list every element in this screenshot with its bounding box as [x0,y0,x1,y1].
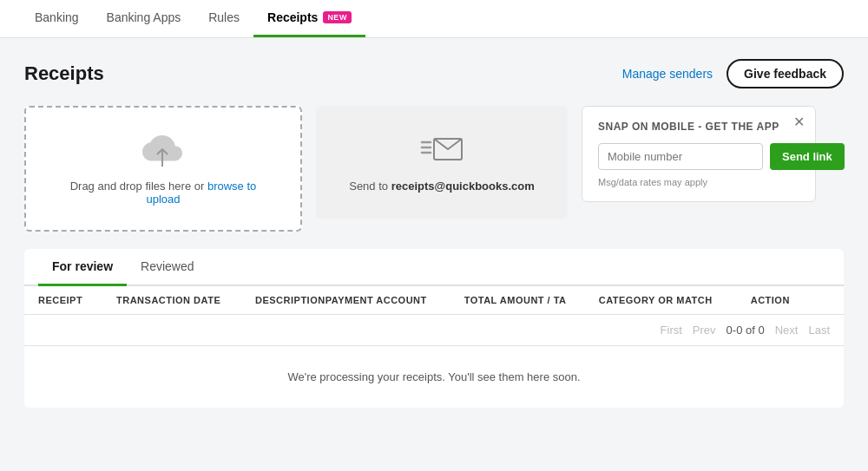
main-content: Receipts Manage senders Give feedback Dr… [0,38,868,471]
header-actions: Manage senders Give feedback [622,59,844,88]
page-header: Receipts Manage senders Give feedback [24,59,844,88]
pagination-next: Next [775,324,799,337]
pagination-first: First [661,324,682,337]
col-action: ACTION [751,295,838,305]
tab-for-review[interactable]: For review [38,249,127,286]
page-title: Receipts [24,62,104,85]
empty-state: We're processing your receipts. You'll s… [24,346,844,408]
email-send-text: Send to receipts@quickbooks.com [349,180,535,193]
pagination-info: 0-0 of 0 [727,324,765,337]
mobile-number-input[interactable] [598,143,763,170]
table-header: RECEIPT TRANSACTION DATE DESCRIPTION PAY… [24,286,844,315]
nav-tab-receipts[interactable]: Receipts NEW [253,0,365,37]
pagination-prev: Prev [693,324,716,337]
snap-disclaimer: Msg/data rates may apply [598,177,799,187]
give-feedback-button[interactable]: Give feedback [727,59,844,88]
manage-senders-link[interactable]: Manage senders [622,67,713,81]
snap-popup: ✕ SNAP ON MOBILE - GET THE APP Send link… [582,106,816,202]
col-total-amount: TOTAL AMOUNT / TA [464,295,599,305]
tab-reviewed[interactable]: Reviewed [127,249,207,286]
snap-input-row: Send link [598,143,799,170]
email-address: receipts@quickbooks.com [391,180,535,193]
receipts-new-badge: NEW [323,11,352,23]
col-description: DESCRIPTION [255,295,326,305]
col-transaction-date: TRANSACTION DATE [116,295,255,305]
nav-tab-rules[interactable]: Rules [194,0,253,37]
table-container: RECEIPT TRANSACTION DATE DESCRIPTION PAY… [24,286,844,408]
tabs-header: For review Reviewed [24,249,844,286]
pagination-last: Last [808,324,830,337]
col-receipt: RECEIPT [38,295,116,305]
email-box: Send to receipts@quickbooks.com [316,106,568,219]
col-category-or-match: CATEGORY OR MATCH [599,295,751,305]
pagination-row: First Prev 0-0 of 0 Next Last [24,315,844,346]
upload-box[interactable]: Drag and drop files here or browse to up… [24,106,302,232]
snap-close-button[interactable]: ✕ [793,115,805,129]
nav-tab-banking[interactable]: Banking [21,0,93,37]
col-payment-account: PAYMENT ACCOUNT [326,295,464,305]
tabs-section: For review Reviewed RECEIPT TRANSACTION … [24,249,844,408]
upload-text: Drag and drop files here or browse to up… [57,180,269,206]
nav-tab-banking-apps[interactable]: Banking Apps [93,0,195,37]
upload-row: Drag and drop files here or browse to up… [24,106,844,232]
send-link-button[interactable]: Send link [770,143,845,170]
email-icon [418,132,465,169]
top-nav: Banking Banking Apps Rules Receipts NEW [0,0,868,38]
cloud-upload-icon [142,132,184,169]
snap-popup-title: SNAP ON MOBILE - GET THE APP [598,121,799,133]
